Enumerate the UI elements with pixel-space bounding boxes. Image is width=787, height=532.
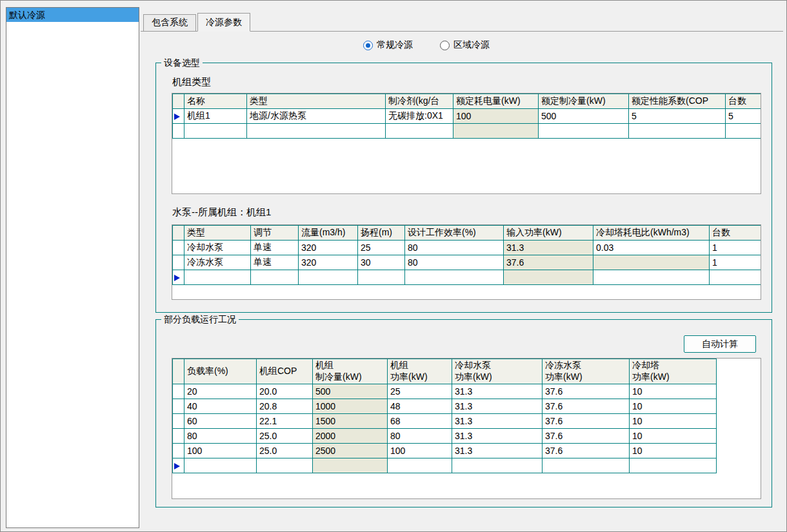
grid-cell[interactable] <box>386 124 453 139</box>
grid-cell[interactable]: 1 <box>710 255 761 270</box>
grid-cell[interactable] <box>504 270 593 285</box>
column-header[interactable]: 冷却塔耗电比(kWh/m3) <box>593 226 710 241</box>
grid-cell[interactable]: 68 <box>388 414 452 429</box>
radio-unchecked-icon[interactable] <box>440 41 450 50</box>
grid-cell[interactable]: 无碳排放:0X1 <box>386 109 453 124</box>
radio-option-district[interactable]: 区域冷源 <box>440 39 490 51</box>
grid-cell[interactable]: 31.3 <box>452 444 543 458</box>
column-header[interactable]: 扬程(m) <box>358 226 405 241</box>
auto-calculate-button[interactable]: 自动计算 <box>684 335 756 353</box>
column-header[interactable]: 台数 <box>726 94 761 109</box>
sidebar-item-default-cold-source[interactable]: 默认冷源 <box>6 8 139 22</box>
column-header[interactable]: 设计工作效率(%) <box>405 226 504 241</box>
grid-cell[interactable] <box>726 124 761 139</box>
grid-cell[interactable]: 25.0 <box>257 444 313 458</box>
grid-cell[interactable]: 2500 <box>313 444 388 458</box>
grid-cell[interactable]: 10 <box>630 444 717 458</box>
grid-cell[interactable]: 40 <box>184 399 257 414</box>
grid-cell[interactable]: 冷冻水泵 <box>184 255 251 270</box>
row-indicator-cell[interactable] <box>173 124 184 139</box>
column-header[interactable]: 调节 <box>251 226 299 241</box>
grid-cell[interactable]: 100 <box>388 444 452 458</box>
grid-cell[interactable]: 80 <box>184 429 257 444</box>
grid-cell[interactable]: 机组1 <box>184 109 247 124</box>
grid-cell[interactable] <box>257 458 313 473</box>
grid-cell[interactable]: 37.6 <box>504 255 593 270</box>
grid-cell[interactable] <box>539 124 629 139</box>
column-header[interactable]: 冷冻水泵 功率(kW) <box>543 359 630 384</box>
radio-option-conventional[interactable]: 常规冷源 <box>363 39 413 51</box>
column-header[interactable]: 机组 制冷量(kW) <box>313 359 388 384</box>
row-indicator-cell[interactable] <box>173 241 184 255</box>
grid-cell[interactable]: 25 <box>388 384 452 399</box>
grid-cell[interactable]: 31.3 <box>452 429 543 444</box>
grid-cell[interactable]: 60 <box>184 414 257 429</box>
grid-cell[interactable]: 22.1 <box>257 414 313 429</box>
grid-cell[interactable]: 0.03 <box>593 241 710 255</box>
grid-cell[interactable]: 1 <box>710 241 761 255</box>
grid-cell[interactable]: 48 <box>388 399 452 414</box>
column-header[interactable]: 类型 <box>184 226 251 241</box>
column-header[interactable]: 名称 <box>184 94 247 109</box>
grid-cell[interactable] <box>629 124 726 139</box>
grid-cell[interactable]: 80 <box>405 241 504 255</box>
grid-cell[interactable]: 冷却水泵 <box>184 241 251 255</box>
grid-cell[interactable] <box>184 270 251 285</box>
current-row-indicator-cell[interactable] <box>173 458 184 473</box>
grid-cell[interactable] <box>299 270 358 285</box>
radio-checked-icon[interactable] <box>363 41 373 50</box>
grid-cell[interactable]: 37.6 <box>543 444 630 458</box>
current-row-indicator-cell[interactable] <box>173 109 184 124</box>
column-header[interactable]: 机组 功率(kW) <box>388 359 452 384</box>
grid-cell[interactable]: 5 <box>629 109 726 124</box>
column-header[interactable]: 冷却水泵 功率(kW) <box>452 359 543 384</box>
grid-cell[interactable]: 31.3 <box>452 384 543 399</box>
grid-cell[interactable]: 1500 <box>313 414 388 429</box>
grid-cell[interactable]: 31.3 <box>452 414 543 429</box>
grid-cell[interactable]: 320 <box>299 255 358 270</box>
row-indicator-cell[interactable] <box>173 429 184 444</box>
grid-cell[interactable] <box>710 270 761 285</box>
grid-cell[interactable]: 25.0 <box>257 429 313 444</box>
grid-cell[interactable]: 10 <box>630 429 717 444</box>
grid-cell[interactable]: 1000 <box>313 399 388 414</box>
grid-cell[interactable]: 2000 <box>313 429 388 444</box>
grid-cell[interactable]: 500 <box>539 109 629 124</box>
grid-cell[interactable]: 100 <box>184 444 257 458</box>
grid-cell[interactable]: 80 <box>388 429 452 444</box>
column-header[interactable]: 机组COP <box>257 359 313 384</box>
grid-cell[interactable]: 30 <box>358 255 405 270</box>
grid-cell[interactable] <box>405 270 504 285</box>
grid-cell[interactable]: 10 <box>630 399 717 414</box>
tab-included-system[interactable]: 包含系统 <box>143 14 196 31</box>
grid-cell[interactable]: 100 <box>453 109 539 124</box>
row-indicator-cell[interactable] <box>173 255 184 270</box>
column-header[interactable]: 冷却塔 功率(kW) <box>630 359 717 384</box>
grid-cell[interactable] <box>388 458 452 473</box>
grid-cell[interactable]: 37.6 <box>543 384 630 399</box>
grid-cell[interactable]: 80 <box>405 255 504 270</box>
row-indicator-cell[interactable] <box>173 414 184 429</box>
grid-cell[interactable]: 31.3 <box>504 241 593 255</box>
column-header[interactable]: 类型 <box>247 94 386 109</box>
tab-cold-source-parameters[interactable]: 冷源参数 <box>197 13 250 32</box>
grid-cell[interactable]: 10 <box>630 414 717 429</box>
column-header[interactable]: 额定制冷量(kW) <box>539 94 629 109</box>
column-header[interactable]: 额定性能系数(COP <box>629 94 726 109</box>
grid-cell[interactable] <box>593 255 710 270</box>
grid-cell[interactable] <box>453 124 539 139</box>
grid-cell[interactable]: 单速 <box>251 241 299 255</box>
grid-cell[interactable]: 20.0 <box>257 384 313 399</box>
column-header[interactable]: 台数 <box>710 226 761 241</box>
grid-cell[interactable]: 20.8 <box>257 399 313 414</box>
grid-cell[interactable] <box>184 458 257 473</box>
column-header[interactable]: 额定耗电量(kW) <box>453 94 539 109</box>
grid-cell[interactable] <box>593 270 710 285</box>
grid-cell[interactable]: 25 <box>358 241 405 255</box>
grid-cell[interactable]: 37.6 <box>543 429 630 444</box>
grid-cell[interactable] <box>247 124 386 139</box>
grid-cell[interactable]: 20 <box>184 384 257 399</box>
current-row-indicator-cell[interactable] <box>173 270 184 285</box>
column-header[interactable]: 负载率(%) <box>184 359 257 384</box>
row-indicator-cell[interactable] <box>173 384 184 399</box>
